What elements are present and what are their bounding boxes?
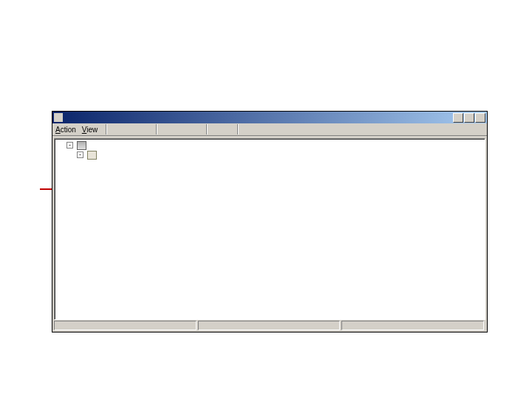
maximize-button[interactable] xyxy=(464,113,474,123)
menu-view[interactable]: View xyxy=(82,126,98,134)
statusbar xyxy=(54,321,485,330)
toolbar-refresh-icon[interactable] xyxy=(166,124,179,135)
close-button[interactable] xyxy=(475,113,485,123)
expand-toggle[interactable]: - xyxy=(66,142,73,149)
minimize-button[interactable] xyxy=(453,113,463,123)
tree-view[interactable]: - - xyxy=(54,138,485,320)
nav-back-icon[interactable] xyxy=(115,124,129,135)
toolbar-scan-icon[interactable] xyxy=(216,124,229,135)
nav-forward-icon[interactable] xyxy=(134,124,148,135)
controller-icon xyxy=(87,151,97,160)
app-icon xyxy=(54,113,63,122)
expand-toggle[interactable]: - xyxy=(77,151,83,158)
device-manager-window: Action View - - xyxy=(52,111,488,332)
toolbar-help-icon[interactable] xyxy=(247,124,260,135)
menubar: Action View xyxy=(52,123,487,136)
computer-icon xyxy=(77,141,86,150)
titlebar[interactable] xyxy=(52,112,487,123)
menu-action[interactable]: Action xyxy=(55,126,76,134)
toolbar-props-icon[interactable] xyxy=(185,124,198,135)
